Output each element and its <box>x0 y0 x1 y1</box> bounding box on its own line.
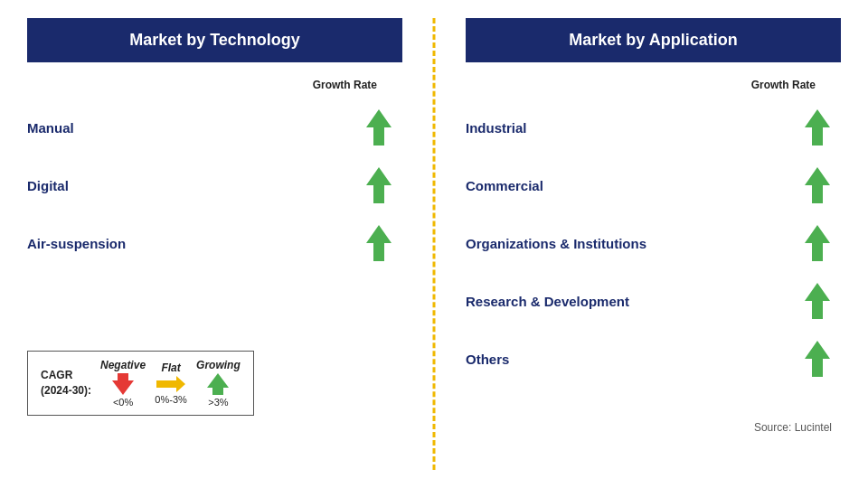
svg-marker-9 <box>805 283 830 319</box>
right-arrow-0 <box>803 108 832 147</box>
legend-flat: Flat 0%-3% <box>155 361 187 405</box>
svg-marker-10 <box>805 341 830 377</box>
right-item-row-3: Research & Development <box>466 272 841 330</box>
left-arrow-0 <box>364 108 393 147</box>
legend-box: CAGR(2024-30): Negative <0% Flat 0%-3% G… <box>27 351 254 416</box>
svg-marker-0 <box>366 109 392 145</box>
left-item-row-1: Digital <box>27 156 402 214</box>
legend-cagr-label: CAGR(2024-30): <box>41 368 91 399</box>
right-panel: Market by Application Growth Rate Indust… <box>429 0 868 488</box>
svg-marker-4 <box>156 376 185 392</box>
left-item-row-2: Air-suspension <box>27 214 402 272</box>
legend-negative-label: Negative <box>100 359 146 371</box>
legend-growing-label: Growing <box>196 359 241 371</box>
legend-negative: Negative <0% <box>100 359 146 408</box>
right-item-label-4: Others <box>466 352 509 367</box>
left-panel-header: Market by Technology <box>27 18 402 62</box>
legend-growing: Growing >3% <box>196 359 241 408</box>
source-text: Source: Lucintel <box>754 421 832 434</box>
right-arrow-1 <box>803 165 832 205</box>
right-item-row-1: Commercial <box>466 156 841 214</box>
right-arrow-2 <box>803 223 832 263</box>
right-panel-title: Market by Application <box>569 31 737 49</box>
legend-flat-sub: 0%-3% <box>155 394 186 405</box>
svg-marker-5 <box>207 373 229 395</box>
right-arrow-3 <box>803 281 832 321</box>
svg-marker-1 <box>366 167 392 203</box>
right-item-row-0: Industrial <box>466 99 841 156</box>
right-arrow-4 <box>803 339 832 379</box>
left-arrow-1 <box>364 165 393 205</box>
main-container: Market by Technology Growth Rate Manual … <box>0 0 868 488</box>
svg-marker-2 <box>366 225 392 261</box>
svg-marker-7 <box>805 167 830 203</box>
right-panel-header: Market by Application <box>466 18 841 62</box>
right-item-row-2: Organizations & Institutions <box>466 214 841 272</box>
left-item-label-1: Digital <box>27 178 69 193</box>
legend-flat-label: Flat <box>161 361 180 374</box>
red-down-arrow-icon <box>110 371 136 397</box>
right-growth-rate-label: Growth Rate <box>466 79 841 91</box>
green-up-arrow-legend-icon <box>205 371 231 397</box>
yellow-right-arrow-icon <box>155 374 187 394</box>
left-arrow-2 <box>364 223 393 263</box>
left-panel-title: Market by Technology <box>129 31 300 49</box>
right-item-label-3: Research & Development <box>466 294 629 309</box>
legend-negative-sub: <0% <box>113 397 133 408</box>
left-growth-rate-label: Growth Rate <box>27 79 402 91</box>
legend-growing-sub: >3% <box>208 397 228 408</box>
right-item-label-1: Commercial <box>466 178 543 193</box>
svg-marker-3 <box>112 373 134 395</box>
svg-marker-8 <box>805 225 830 261</box>
left-panel: Market by Technology Growth Rate Manual … <box>0 0 429 488</box>
svg-marker-6 <box>805 109 830 145</box>
right-item-label-0: Industrial <box>466 120 527 136</box>
left-item-row-0: Manual <box>27 99 402 156</box>
right-item-label-2: Organizations & Institutions <box>466 236 646 251</box>
left-item-label-2: Air-suspension <box>27 236 126 251</box>
left-item-label-0: Manual <box>27 120 74 136</box>
right-item-row-4: Others <box>466 330 841 388</box>
